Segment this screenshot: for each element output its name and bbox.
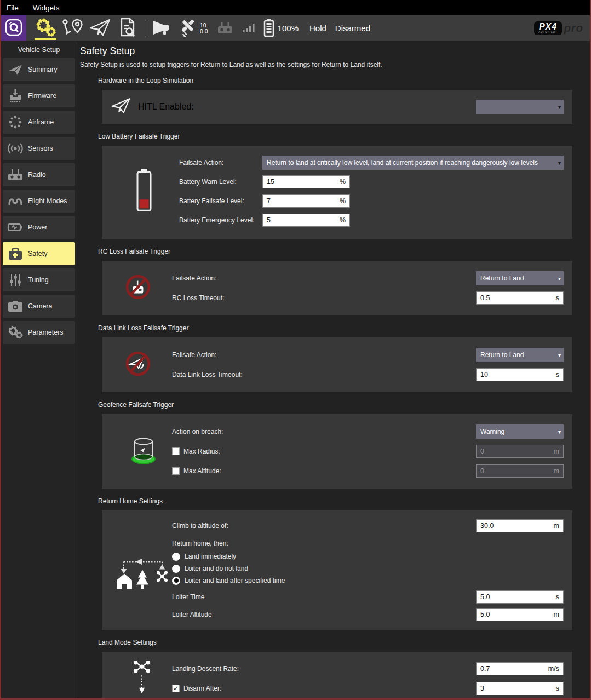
radio-button-icon (172, 565, 180, 573)
geofence-box: Action on breach: Warning ▾ Max Radius: … (102, 414, 572, 489)
sidebar-item-airframe[interactable]: Airframe (3, 111, 75, 134)
gps-hdop-value: 0.0 (200, 28, 208, 35)
battery-failsafe-input[interactable]: 7 % (262, 194, 350, 208)
battery-emergency-input[interactable]: 5 % (262, 214, 350, 227)
sidebar-item-sensors[interactable]: Sensors (3, 137, 75, 160)
battery-warn-label: Battery Warn Level: (179, 178, 262, 186)
sidebar-title: Vehicle Setup (1, 41, 77, 58)
menu-widgets[interactable]: Widgets (33, 4, 60, 12)
telemetry-rssi-indicator[interactable] (242, 21, 255, 36)
datalink-action-row: Failsafe Action: Return to Land ▾ (172, 345, 564, 365)
loiter-altitude-row: Loiter Altitude 5.0 m (172, 607, 564, 622)
battery-failsafe-label: Battery Failsafe Level: (179, 197, 262, 205)
sidebar-item-summary[interactable]: Summary (3, 58, 75, 81)
disarm-after-input[interactable]: 3 s (476, 682, 564, 695)
chevron-down-icon: ▾ (558, 276, 561, 282)
gps-satellite-count: 10 (200, 22, 208, 28)
sidebar-item-camera[interactable]: Camera (3, 295, 75, 318)
radio-button-icon (172, 553, 180, 561)
geofence-breach-dropdown[interactable]: Warning ▾ (476, 424, 564, 439)
chevron-down-icon: ▾ (558, 160, 561, 166)
geofence-cylinder-icon (128, 434, 159, 469)
climb-altitude-input[interactable]: 30.0 m (476, 519, 564, 532)
section-label-return-home: Return Home Settings (98, 497, 590, 505)
section-label-rc-loss: RC Loss Failsafe Trigger (98, 248, 590, 255)
battery-percent: 100% (278, 24, 299, 33)
sidebar-item-power[interactable]: Power (3, 216, 75, 239)
sidebar-item-parameters[interactable]: Parameters (3, 321, 75, 344)
climb-altitude-row: Climb to altitude of: 30.0 m (172, 519, 564, 533)
px4-logo-badge: PX4 autopilot (534, 21, 561, 35)
max-altitude-checkbox[interactable] (172, 467, 180, 475)
return-home-then-row: Return home, then: (172, 536, 564, 550)
hitl-enabled-label: HITL Enabled: (138, 102, 194, 112)
toolbar-separator (145, 20, 145, 37)
loiter-altitude-input[interactable]: 5.0 m (476, 608, 564, 621)
section-label-datalink-loss: Data Link Loss Failsafe Trigger (98, 324, 590, 332)
sidebar-item-firmware[interactable]: Firmware (3, 84, 75, 107)
sidebar-item-radio[interactable]: Radio (3, 163, 75, 186)
loiter-time-input[interactable]: 5.0 s (476, 590, 564, 604)
datalink-action-label: Failsafe Action: (172, 351, 216, 359)
rc-loss-icon (125, 274, 151, 302)
flight-mode-indicator[interactable]: Hold (309, 24, 326, 33)
climb-altitude-label: Climb to altitude of: (172, 522, 228, 530)
tuning-sliders-icon (3, 272, 28, 288)
datalink-timeout-input[interactable]: 10 s (476, 368, 564, 381)
px4-pro-logo: PX4 autopilot pro (534, 21, 583, 35)
geofence-radius-row: Max Radius: 0 m (172, 441, 564, 461)
setup-view-button[interactable] (32, 15, 59, 41)
radio-loiter-land-after-time[interactable]: Loiter and land after specified time (172, 575, 564, 587)
arm-state-indicator[interactable]: Disarmed (335, 24, 370, 33)
battery-warn-row: Battery Warn Level: 15 % (179, 173, 564, 191)
camera-icon (3, 299, 28, 313)
sidebar-item-flight-modes[interactable]: Flight Modes (3, 190, 75, 213)
sidebar-item-safety[interactable]: Safety (3, 242, 75, 265)
radio-loiter-no-land[interactable]: Loiter and do not land (172, 563, 564, 575)
descent-rate-input[interactable]: 0.7 m/s (476, 662, 564, 675)
chevron-down-icon: ▾ (558, 104, 561, 110)
max-radius-label: Max Radius: (183, 447, 220, 455)
return-home-box: Climb to altitude of: 30.0 m Return home… (102, 510, 572, 630)
sensors-signal-icon (3, 141, 28, 156)
rc-action-dropdown[interactable]: Return to Land ▾ (476, 271, 564, 285)
fly-view-button[interactable] (87, 15, 114, 41)
menu-file[interactable]: File (7, 4, 19, 12)
chevron-down-icon: ▾ (558, 352, 561, 358)
rc-timeout-row: RC Loss Timeout: 0.5 s (172, 288, 564, 308)
section-label-geofence: Geofence Failsafe Trigger (98, 401, 590, 409)
max-altitude-input[interactable]: 0 m (476, 464, 564, 478)
datalink-loss-icon (125, 351, 151, 379)
disarm-after-checkbox[interactable] (172, 685, 180, 692)
analyze-view-button[interactable] (114, 15, 141, 41)
radio-land-immediately[interactable]: Land immediately (172, 550, 564, 563)
gps-indicator[interactable]: 10 0.0 (178, 18, 208, 39)
power-battery-icon (3, 221, 28, 234)
rc-timeout-input[interactable]: 0.5 s (476, 291, 564, 305)
battery-indicator[interactable]: 100% (263, 18, 299, 39)
vehicle-setup-sidebar: Vehicle Setup Summary Firmware Airframe … (1, 41, 77, 698)
firmware-download-icon (3, 88, 28, 104)
descent-rate-label: Landing Descent Rate: (172, 665, 239, 673)
audio-indicator[interactable] (152, 19, 170, 38)
main-toolbar: 10 0.0 100% Hold Disarmed PX4 auto (1, 15, 590, 41)
return-home-then-label: Return home, then: (172, 540, 228, 547)
geofence-breach-row: Action on breach: Warning ▾ (172, 422, 564, 441)
battery-failsafe-row: Battery Failsafe Level: 7 % (179, 192, 564, 210)
battery-action-dropdown[interactable]: Return to land at critically low level, … (262, 156, 564, 170)
sidebar-item-tuning[interactable]: Tuning (3, 268, 75, 291)
section-label-hitl: Hardware in the Loop Simulation (98, 77, 590, 84)
max-radius-input[interactable]: 0 m (476, 445, 564, 458)
qgc-logo-icon (5, 19, 22, 38)
datalink-action-dropdown[interactable]: Return to Land ▾ (476, 348, 564, 362)
rc-rssi-indicator[interactable] (216, 19, 234, 38)
battery-emergency-label: Battery Emergency Level: (179, 216, 262, 224)
hitl-enabled-dropdown[interactable]: ▾ (476, 100, 564, 114)
plan-view-button[interactable] (59, 15, 87, 41)
radio-transmitter-icon (3, 168, 28, 182)
max-radius-checkbox[interactable] (172, 447, 180, 455)
geofence-altitude-row: Max Altitude: 0 m (172, 461, 564, 481)
geofence-breach-label: Action on breach: (172, 428, 223, 435)
battery-warn-input[interactable]: 15 % (262, 175, 350, 188)
qgc-logo-button[interactable] (1, 15, 26, 41)
